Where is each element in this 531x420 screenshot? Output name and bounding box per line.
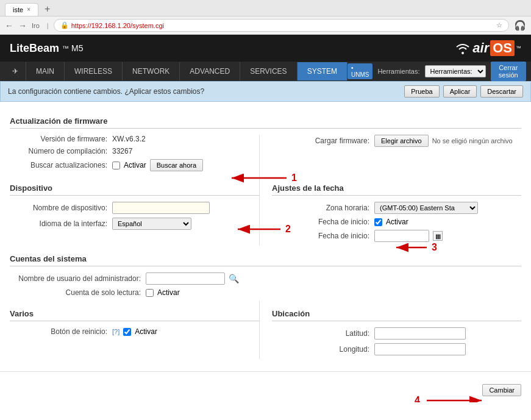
- date-value-row: Fecha de inicio: 04/22/2021 ▦: [272, 230, 521, 242]
- date-tz-row: Zona horaria: (GMT-05:00) Eastern Sta: [272, 202, 521, 214]
- home-icon: ✈: [12, 67, 18, 76]
- cambiar-button[interactable]: Cambiar: [482, 384, 521, 396]
- device-name-input[interactable]: EstacionCancúnCentro-1: [112, 202, 210, 214]
- readonly-activar-label: Activar: [157, 288, 180, 297]
- firmware-build-row: Número de compilación: 33267: [10, 147, 259, 155]
- tab-network[interactable]: NETWORK: [123, 62, 180, 80]
- firmware-upload-label: Cargar firmware:: [272, 137, 369, 145]
- latitude-input[interactable]: [374, 327, 466, 340]
- star-icon[interactable]: ☆: [496, 21, 502, 29]
- ubicacion-lon-label: Longitud:: [272, 345, 369, 354]
- herramientas-select[interactable]: Herramientas:: [425, 65, 486, 77]
- trademark: ™: [62, 44, 69, 52]
- firmware-version-row: Versión de firmware: XW.v6.3.2: [10, 135, 259, 143]
- tab-services[interactable]: SERVICES: [240, 62, 297, 80]
- firmware-right: Cargar firmware: Elegir archivo No se el…: [259, 135, 521, 175]
- lock-icon: 🔒: [60, 21, 69, 29]
- accounts-section-header: Cuentas del sistema: [10, 254, 521, 266]
- firmware-section-header: Actualización de firmware: [10, 116, 521, 129]
- date-field-value: 04/22/2021 ▦: [374, 230, 443, 242]
- device-name-row: Nombre de dispositivo: EstacionCancúnCen…: [10, 202, 259, 214]
- readonly-activar-checkbox[interactable]: [146, 289, 154, 297]
- restart-activar-checkbox[interactable]: [123, 328, 131, 336]
- accounts-readonly-value: Activar: [146, 288, 180, 297]
- forward-button[interactable]: →: [18, 21, 27, 30]
- ubicacion-lat-row: Latitud:: [272, 327, 521, 340]
- firmware-section: Versión de firmware: XW.v6.3.2 Número de…: [10, 135, 521, 175]
- date-activar-label: Activar: [386, 218, 408, 226]
- admin-username-input[interactable]: ubnt: [146, 272, 225, 285]
- date-activar-checkbox[interactable]: [374, 218, 382, 226]
- svg-point-0: [462, 52, 464, 54]
- help-link[interactable]: [?]: [112, 328, 119, 335]
- logo-m5: M5: [71, 43, 83, 53]
- tab-system[interactable]: SYSTEM: [298, 62, 347, 80]
- aplicar-button[interactable]: Aplicar: [443, 85, 477, 98]
- alert-buttons: Prueba Aplicar Descartar: [404, 85, 523, 98]
- airos-os-text: OS: [490, 40, 515, 56]
- choose-file-button[interactable]: Elegir archivo: [374, 135, 429, 147]
- date-value-label: Fecha de inicio:: [272, 232, 369, 240]
- new-tab-button[interactable]: +: [41, 2, 54, 16]
- airos-trademark: ™: [516, 45, 521, 51]
- accounts-readonly-row: Cuenta de solo lectura: Activar: [10, 288, 521, 297]
- ubicacion-lat-label: Latitud:: [272, 329, 369, 338]
- firmware-build-label: Número de compilación:: [10, 147, 107, 155]
- wifi-icon: [454, 40, 471, 57]
- firmware-upload-row: Cargar firmware: Elegir archivo No se el…: [272, 135, 521, 147]
- varios-left: Varios Botón de reinicio: [?] Activar: [10, 301, 259, 359]
- varios-section-header: Varios: [10, 309, 259, 321]
- date-start-value: Activar: [374, 218, 408, 226]
- tab-title: iste: [13, 6, 23, 13]
- no-file-text: No se eligió ningún archivo: [432, 137, 513, 144]
- alert-bar: La configuración contiene cambios. ¿Apli…: [0, 81, 531, 102]
- headphone-icon: 🎧: [514, 20, 526, 31]
- app-header: LiteBeam ™ M5 air OS ™: [0, 35, 531, 62]
- iro-text: Iro: [32, 22, 40, 29]
- ubicacion-section-header: Ubicación: [272, 309, 521, 321]
- tab-close-icon[interactable]: ×: [27, 6, 30, 13]
- device-name-label: Nombre de dispositivo:: [10, 204, 107, 212]
- firmware-left: Versión de firmware: XW.v6.3.2 Número de…: [10, 135, 259, 175]
- date-tz-label: Zona horaria:: [272, 204, 369, 212]
- restart-activar-label: Activar: [135, 327, 157, 336]
- ubicacion-right: Ubicación Latitud: Longitud:: [259, 301, 521, 359]
- calendar-icon[interactable]: ▦: [433, 231, 443, 241]
- magnifier-icon[interactable]: 🔍: [229, 274, 239, 283]
- browser-tab[interactable]: iste ×: [5, 3, 38, 16]
- language-select[interactable]: EspañolEnglishFrançais: [112, 218, 191, 230]
- browser-address-bar: ← → Iro | 🔒 https://192.168.1.20/system.…: [0, 16, 531, 35]
- buscar-ahora-button[interactable]: Buscar ahora: [150, 159, 203, 171]
- firmware-activar-checkbox[interactable]: [112, 162, 120, 169]
- firmware-version-value: XW.v6.3.2: [112, 135, 146, 143]
- logo-litebeam: LiteBeam: [10, 42, 59, 55]
- accounts-admin-value: ubnt 🔍: [146, 272, 239, 285]
- tab-advanced[interactable]: ADVANCED: [180, 62, 240, 80]
- date-start-row: Fecha de inicio: Activar: [272, 218, 521, 226]
- accounts-readonly-label: Cuenta de solo lectura:: [10, 288, 141, 297]
- prueba-button[interactable]: Prueba: [404, 85, 439, 98]
- nav-tabs: ✈ MAIN WIRELESS NETWORK ADVANCED SERVICE…: [0, 62, 531, 81]
- bottom-area: Cambiar: [0, 371, 531, 402]
- address-field[interactable]: 🔒 https://192.168.1.20/system.cgi ☆: [54, 19, 509, 32]
- date-input[interactable]: 04/22/2021: [374, 230, 429, 242]
- device-section-header: Dispositivo: [10, 183, 259, 196]
- tab-wireless[interactable]: WIRELESS: [65, 62, 123, 80]
- cerrar-sesion-button[interactable]: Cerrar sesión: [491, 62, 527, 81]
- device-lang-label: Idioma de la interfaz:: [10, 219, 107, 228]
- device-left: Dispositivo Nombre de dispositivo: Estac…: [10, 175, 259, 246]
- back-button[interactable]: ←: [5, 21, 13, 30]
- firmware-check-value: Activar Buscar ahora: [112, 159, 203, 171]
- firmware-check-row: Buscar actualizaciones: Activar Buscar a…: [10, 159, 259, 171]
- tab-main[interactable]: MAIN: [26, 62, 65, 80]
- timezone-select[interactable]: (GMT-05:00) Eastern Sta: [374, 202, 478, 214]
- longitude-input[interactable]: [374, 343, 466, 355]
- home-tab[interactable]: ✈: [5, 62, 26, 80]
- alert-text: La configuración contiene cambios. ¿Apli…: [8, 87, 204, 96]
- firmware-upload-value: Elegir archivo No se eligió ningún archi…: [374, 135, 513, 147]
- firmware-activar-label: Activar: [124, 161, 146, 169]
- separator: |: [47, 22, 49, 29]
- descartar-button[interactable]: Descartar: [480, 85, 523, 98]
- herramientas-label: Herramientas:: [377, 68, 419, 75]
- accounts-admin-label: Nombre de usuario del administrador:: [10, 274, 141, 283]
